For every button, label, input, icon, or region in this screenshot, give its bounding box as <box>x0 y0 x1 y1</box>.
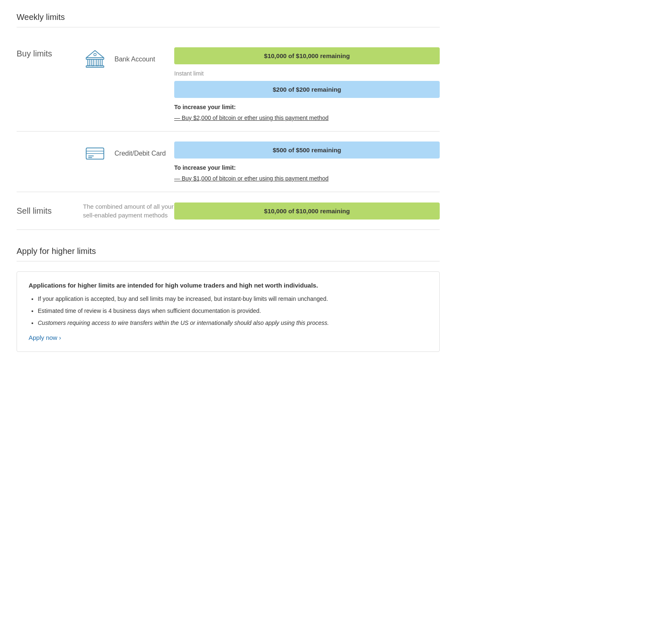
bank-account-payment-method: Bank Account <box>83 47 174 71</box>
apply-bullet-1: If your application is accepted, buy and… <box>38 295 428 303</box>
credit-card-limit-details: $500 of $500 remaining To increase your … <box>174 141 440 182</box>
sell-limits-description: The combined amount of all your sell-ena… <box>83 202 174 220</box>
svg-rect-5 <box>100 59 102 66</box>
svg-marker-6 <box>86 51 104 58</box>
sell-limits-bar: $10,000 of $10,000 remaining <box>174 202 440 220</box>
increase-link-bank[interactable]: — Buy $2,000 of bitcoin or ether using t… <box>174 115 440 121</box>
bank-account-name: Bank Account <box>114 56 155 63</box>
apply-bold-text: Applications for higher limits are inten… <box>29 282 428 289</box>
apply-section-title: Apply for higher limits <box>17 246 440 256</box>
sell-limits-row: Sell limits The combined amount of all y… <box>17 192 440 230</box>
increase-link-card-anchor[interactable]: — Buy $1,000 of bitcoin or ether using t… <box>174 175 329 182</box>
apply-bullet-3: Customers requiring access to wire trans… <box>38 319 428 327</box>
svg-rect-4 <box>96 59 98 66</box>
credit-card-label-spacer <box>17 141 83 143</box>
buy-limits-label: Buy limits <box>17 47 83 59</box>
increase-link-bank-anchor[interactable]: — Buy $2,000 of bitcoin or ether using t… <box>174 115 329 121</box>
svg-rect-9 <box>86 151 104 154</box>
credit-card-row: Credit/Debit Card $500 of $500 remaining… <box>17 132 440 192</box>
bank-icon <box>83 47 107 71</box>
apply-box: Applications for higher limits are inten… <box>17 271 440 352</box>
buy-limits-overall-row: Buy limits Bank Account $10,000 of $10,0… <box>17 37 440 132</box>
instant-limit-bar: $200 of $200 remaining <box>174 81 440 98</box>
buy-limits-overall-details: $10,000 of $10,000 remaining Instant lim… <box>174 47 440 121</box>
svg-rect-2 <box>88 59 90 66</box>
svg-rect-3 <box>92 59 94 66</box>
instant-limit-label: Instant limit <box>174 70 440 77</box>
weekly-limits-section: Weekly limits Buy limits Bank Account $1… <box>17 12 440 230</box>
credit-card-icon <box>83 141 107 166</box>
apply-bullet-list: If your application is accepted, buy and… <box>29 295 428 327</box>
increase-limit-label-card: To increase your limit: <box>174 164 440 171</box>
credit-card-payment-method: Credit/Debit Card <box>83 141 174 166</box>
sell-limits-bar-wrapper: $10,000 of $10,000 remaining <box>174 202 440 220</box>
credit-card-bar: $500 of $500 remaining <box>174 141 440 159</box>
sell-limits-label: Sell limits <box>17 206 83 216</box>
buy-overall-bar: $10,000 of $10,000 remaining <box>174 47 440 64</box>
apply-divider <box>17 261 440 261</box>
apply-bullet-2: Estimated time of review is 4 business d… <box>38 307 428 315</box>
apply-section: Apply for higher limits Applications for… <box>17 246 440 352</box>
weekly-limits-title: Weekly limits <box>17 12 440 22</box>
top-divider <box>17 27 440 27</box>
credit-card-name: Credit/Debit Card <box>114 150 166 157</box>
apply-now-button[interactable]: Apply now › <box>29 334 61 341</box>
increase-link-card[interactable]: — Buy $1,000 of bitcoin or ether using t… <box>174 175 440 182</box>
increase-limit-label-bank: To increase your limit: <box>174 104 440 110</box>
svg-point-7 <box>94 54 96 56</box>
